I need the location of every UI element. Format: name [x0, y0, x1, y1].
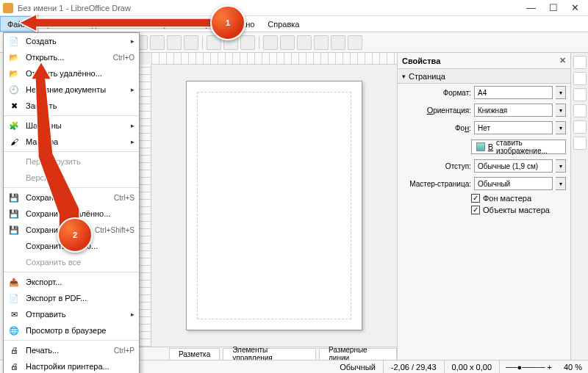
- menu-item-icon: 🖨: [8, 361, 20, 372]
- chevron-down-icon[interactable]: ▾: [556, 121, 566, 134]
- panel-title: Свойства: [402, 57, 440, 65]
- window-buttons: — ☐ ✕: [526, 2, 585, 13]
- annotation-arrow-1: [19, 12, 240, 34]
- svg-marker-0: [19, 14, 240, 32]
- background-label: Фон:: [402, 123, 471, 132]
- menu-item-icon: 🖌: [8, 136, 20, 148]
- menu-item[interactable]: ✉Отправить▸: [4, 306, 139, 322]
- chevron-down-icon[interactable]: ▾: [556, 177, 566, 190]
- menu-item-label: Создать: [26, 37, 125, 46]
- menu-item[interactable]: 🖨Настройки принтера...: [4, 358, 139, 373]
- menu-item-icon: 🧩: [8, 120, 20, 131]
- navigator-icon[interactable]: [573, 104, 587, 117]
- master-dropdown[interactable]: Обычный: [474, 177, 553, 190]
- menu-item-accel: Ctrl+P: [114, 347, 135, 355]
- tab-controls[interactable]: Элементы управления: [223, 348, 316, 360]
- menu-item-label: Сохранить все: [26, 258, 135, 267]
- insert-image-button[interactable]: Вставить изображение...: [471, 140, 566, 154]
- annotation-bubble-2: 2: [57, 217, 93, 253]
- status-coords: -2,06 / 29,43: [384, 361, 445, 373]
- drawing-canvas[interactable]: [151, 65, 397, 347]
- format-dropdown[interactable]: A4: [474, 86, 553, 99]
- status-size: 0,00 x 0,00: [445, 361, 500, 373]
- window-title: Без имени 1 - LibreOffice Draw: [18, 4, 526, 12]
- menu-item-icon: 🌐: [8, 325, 20, 336]
- menu-item-label: Экспорт в PDF...: [26, 294, 135, 303]
- close-button[interactable]: ✕: [571, 2, 579, 13]
- tab-dimensions[interactable]: Размерные линии: [319, 348, 397, 360]
- chevron-right-icon: ▸: [131, 311, 135, 318]
- toolbar-btn[interactable]: [184, 35, 198, 50]
- menu-item[interactable]: 🌐Просмотр в браузере: [4, 322, 139, 338]
- toolbar-btn[interactable]: [167, 35, 182, 50]
- canvas-area: Разметка Элементы управления Размерные л…: [140, 53, 397, 360]
- menu-item-icon: ✖: [8, 100, 20, 112]
- status-style: Обычный: [332, 361, 384, 373]
- status-zoom[interactable]: 40 %: [558, 361, 588, 373]
- section-page[interactable]: Страница: [398, 69, 570, 84]
- tab-layout[interactable]: Разметка: [169, 348, 220, 360]
- menu-item-icon: [8, 156, 20, 167]
- toolbar-btn[interactable]: [314, 35, 329, 50]
- app-icon: [3, 3, 13, 13]
- minimize-button[interactable]: —: [526, 2, 536, 13]
- orientation-dropdown[interactable]: Книжная: [474, 104, 553, 117]
- ruler-vertical: [140, 65, 151, 347]
- toolbar-btn[interactable]: [150, 35, 165, 50]
- annotation-arrow-2: [31, 62, 90, 231]
- chevron-down-icon[interactable]: ▾: [556, 159, 566, 173]
- chevron-right-icon: ▸: [131, 122, 135, 129]
- maximize-button[interactable]: ☐: [549, 2, 558, 13]
- menu-item-icon: 📂: [8, 68, 20, 79]
- menu-item[interactable]: 📄Создать▸: [4, 33, 139, 49]
- zoom-slider[interactable]: ──●──── +: [500, 361, 558, 373]
- indent-label: Отступ:: [402, 162, 471, 170]
- panel-header: Свойства ✕: [398, 53, 570, 69]
- toolbar-btn[interactable]: [297, 35, 312, 50]
- menu-item-accel: Ctrl+S: [114, 194, 135, 202]
- toolbar-btn[interactable]: [348, 35, 362, 50]
- chevron-right-icon: ▸: [131, 138, 135, 145]
- annotation-bubble-1: 1: [210, 5, 245, 40]
- master-bg-checkbox[interactable]: ✓Фон мастера: [398, 192, 570, 204]
- toolbar-btn[interactable]: [263, 35, 278, 50]
- ruler-horizontal: [151, 53, 397, 65]
- toolbar-btn[interactable]: [240, 35, 255, 50]
- menu-item-icon: 📂: [8, 51, 20, 63]
- menu-help[interactable]: Справка: [261, 16, 306, 32]
- menu-item[interactable]: 📤Экспорт...: [4, 274, 139, 290]
- gear-icon[interactable]: [573, 56, 587, 69]
- chevron-right-icon: ▸: [131, 86, 135, 93]
- styles-icon[interactable]: [573, 120, 587, 134]
- close-icon[interactable]: ✕: [559, 56, 566, 65]
- menu-item-icon: 📄: [8, 292, 20, 304]
- menu-item-icon: 🕘: [8, 84, 20, 95]
- chevron-down-icon[interactable]: ▾: [556, 104, 566, 117]
- properties-icon[interactable]: [573, 72, 587, 85]
- menu-item-label: Открыть...: [26, 53, 107, 62]
- format-label: Формат:: [402, 89, 471, 97]
- toolbar-btn[interactable]: [280, 35, 295, 50]
- gallery-icon[interactable]: [573, 88, 587, 101]
- master-label: Мастер-страница:: [402, 180, 471, 188]
- page[interactable]: [186, 81, 362, 330]
- master-objects-checkbox[interactable]: ✓Объекты мастера: [398, 204, 570, 216]
- menu-item-accel: Ctrl+Shift+S: [95, 226, 135, 234]
- toolbar-btn[interactable]: [331, 35, 345, 50]
- effects-icon[interactable]: [573, 137, 587, 150]
- menu-item[interactable]: 📄Экспорт в PDF...: [4, 290, 139, 306]
- menu-item[interactable]: 🖨Печать...Ctrl+P: [4, 342, 139, 358]
- menu-item-label: Отправить: [26, 310, 125, 319]
- chevron-down-icon[interactable]: ▾: [556, 86, 566, 99]
- menu-item-icon: 💾: [8, 192, 20, 203]
- menu-item-icon: 📤: [8, 276, 20, 288]
- menu-item-icon: [8, 172, 20, 184]
- layer-tabs: Разметка Элементы управления Размерные л…: [140, 347, 397, 360]
- chevron-right-icon: ▸: [131, 37, 135, 45]
- svg-marker-1: [31, 62, 79, 231]
- menu-item-label: Просмотр в браузере: [26, 326, 135, 335]
- background-dropdown[interactable]: Нет: [474, 121, 553, 134]
- indent-dropdown[interactable]: Обычные (1,9 см): [474, 159, 553, 173]
- menu-item-icon: 💾: [8, 208, 20, 220]
- menu-item-icon: 💾: [8, 224, 20, 236]
